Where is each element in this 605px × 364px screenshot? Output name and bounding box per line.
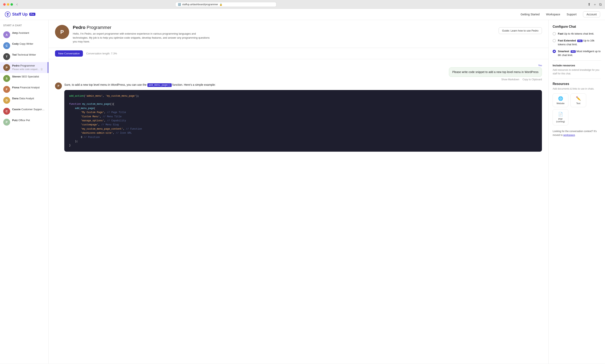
sidebar-item-putz-name: Putz Office Pet	[12, 119, 45, 122]
user-message-container: You Please write code snippet to add a n…	[449, 64, 542, 81]
avatar-cassie: C	[3, 108, 10, 115]
lock-icon: 🔒	[219, 3, 222, 6]
traffic-light-green[interactable]	[11, 3, 13, 6]
workspace-note: Looking for the conversation context? It…	[553, 130, 601, 137]
website-icon: 🌐	[558, 96, 563, 101]
agent-avatar-large: P	[55, 25, 69, 39]
resource-card-website[interactable]: 🌐 Website	[553, 93, 568, 107]
nav-support[interactable]: Support	[566, 13, 577, 16]
agent-info: Pedro Programmer Hello, I'm Pedro, an ex…	[73, 25, 495, 44]
browser-chrome: 🔠 staffup.ai/dashboard/programmer 🔒 ⬆ ＋ …	[0, 0, 605, 9]
smartest-pro-badge: Pro	[571, 50, 576, 53]
sidebar-item-dana-content: Dana Data Analyst	[12, 97, 45, 100]
sidebar-item-putz-content: Putz Office Pet	[12, 119, 45, 122]
sidebar-item-putz[interactable]: P Putz Office Pet	[0, 117, 48, 128]
sidebar-item-cody-name: Cody Copy Writer	[12, 42, 45, 45]
workspace-link[interactable]: workspace	[563, 134, 575, 136]
text-icon: ✏️	[576, 96, 581, 101]
agent-message-text: Sure, to add a new top level menu in Wor…	[64, 82, 542, 87]
new-conversation-button[interactable]: New Conversation	[55, 50, 83, 57]
share-icon[interactable]: ⬆	[588, 2, 591, 7]
top-nav: Staff Up Pro Getting Started Workspace S…	[0, 9, 605, 20]
resource-card-text[interactable]: ✏️ Text	[570, 93, 586, 107]
copy-clipboard-button[interactable]: Copy to Clipboard	[523, 78, 542, 81]
agent-header: P Pedro Programmer Hello, I'm Pedro, an …	[49, 20, 548, 48]
traffic-light-red[interactable]	[3, 3, 6, 6]
sidebar-item-pedro-preview: Please write code snippet... 🗑	[12, 67, 44, 71]
svg-point-0	[5, 12, 10, 17]
agent-description: Hello, I'm Pedro, an expert programmer w…	[73, 32, 210, 44]
sidebar-item-pedro-content: Pedro Programmer Please write code snipp…	[12, 64, 44, 71]
sidebar-item-ted-name: Ted Technical Writer	[12, 53, 45, 56]
sidebar-title: Start a chat	[0, 24, 48, 29]
url-bar[interactable]: 🔠 staffup.ai/dashboard/programmer 🔒	[175, 2, 276, 7]
agent-message-content: Sure, to add a new top level menu in Wor…	[64, 82, 542, 152]
browser-controls	[15, 3, 19, 6]
favicon: 🔠	[178, 3, 181, 6]
avatar-ted: T	[3, 53, 10, 60]
option-fast[interactable]: Fast Up to 4k tokens chat limit.	[553, 32, 601, 36]
resources-desc: Add documents & links to use in chats.	[553, 87, 601, 90]
traffic-lights	[3, 3, 13, 6]
option-fast-extended[interactable]: Fast Extended Pro Up to 16k tokens chat …	[553, 39, 601, 47]
user-label: You	[449, 64, 542, 66]
include-resources-title: Include resources	[553, 64, 601, 67]
radio-fast-extended-label: Fast Extended Pro Up to 16k tokens chat …	[558, 39, 601, 47]
option-smartest[interactable]: Smartest Pro Most intelligent up to 8K c…	[553, 49, 601, 57]
avatar-dana: D	[3, 97, 10, 104]
sidebar-item-amy-name: Amy Assistant	[12, 31, 45, 34]
fast-extended-pro-badge: Pro	[577, 40, 582, 42]
new-tab-icon[interactable]: ＋	[593, 2, 597, 7]
pdf-label: PDF (coming)	[555, 118, 566, 123]
radio-fast[interactable]	[553, 32, 556, 35]
sidebar-item-cassie-name: Cassie Customer Support Specialist	[12, 108, 45, 111]
delete-conversation-icon[interactable]: 🗑	[40, 67, 43, 71]
traffic-light-yellow[interactable]	[7, 3, 9, 6]
browser-actions: ⬆ ＋ ⧉	[588, 2, 602, 7]
sidebar-item-dana[interactable]: D Dana Data Analyst	[0, 95, 48, 106]
avatar-fiona: F	[3, 86, 10, 93]
radio-fast-extended[interactable]	[553, 39, 556, 42]
url-text: staffup.ai/dashboard/programmer	[182, 3, 218, 6]
text-label: Text	[576, 102, 580, 104]
agent-message-wrap: P Sure, to add a new top level menu in W…	[55, 82, 542, 152]
configure-chat-title: Configure Chat	[553, 25, 601, 28]
sidebar-item-dana-name: Dana Data Analyst	[12, 97, 45, 100]
resource-cards: 🌐 Website ✏️ Text 📄 PDF (coming)	[553, 93, 601, 125]
nav-getting-started[interactable]: Getting Started	[520, 13, 540, 16]
radio-smartest[interactable]	[553, 50, 556, 53]
nav-workspace[interactable]: Workspace	[546, 13, 560, 16]
show-markdown-button[interactable]: Show Markdown	[501, 78, 519, 81]
pdf-icon: 📄	[558, 112, 563, 117]
sidebar-item-cassie-content: Cassie Customer Support Specialist	[12, 108, 45, 111]
guide-button[interactable]: Guide: Learn how to use Pedro	[499, 27, 542, 34]
website-label: Website	[556, 102, 565, 104]
back-icon[interactable]	[15, 3, 19, 6]
sidebar-item-pedro-name: Pedro Programmer	[12, 64, 44, 67]
app: Staff Up Pro Getting Started Workspace S…	[0, 9, 605, 364]
conversation-length: Conversation length: 7.3%	[86, 52, 117, 55]
logo[interactable]: Staff Up Pro	[5, 12, 35, 17]
radio-smartest-label: Smartest Pro Most intelligent up to 8K c…	[558, 49, 601, 57]
sidebar-item-pedro[interactable]: P Pedro Programmer Please write code sni…	[0, 62, 48, 73]
code-block: add_action('admin_menu', 'my_custom_menu…	[64, 90, 542, 152]
sidebar-item-cassie[interactable]: C Cassie Customer Support Specialist	[0, 106, 48, 117]
user-message-wrap: You Please write code snippet to add a n…	[55, 64, 542, 81]
sidebar-item-ted[interactable]: T Ted Technical Writer	[0, 51, 48, 62]
tabs-icon[interactable]: ⧉	[599, 2, 602, 7]
chat-toolbar: New Conversation Conversation length: 7.…	[49, 48, 548, 59]
messages-area[interactable]: You Please write code snippet to add a n…	[49, 59, 548, 364]
sidebar-item-fiona[interactable]: F Fiona Financial Analyst	[0, 84, 48, 95]
resources-title: Resources	[553, 82, 601, 86]
avatar-cody: C	[3, 42, 10, 49]
sidebar-item-cody[interactable]: C Cody Copy Writer	[0, 40, 48, 51]
divider-2	[553, 79, 601, 79]
sidebar-item-steven[interactable]: S Steven SEO Specialist	[0, 73, 48, 84]
resource-card-pdf[interactable]: 📄 PDF (coming)	[553, 109, 568, 125]
sidebar-item-amy[interactable]: A Amy Assistant	[0, 29, 48, 40]
chat-area: P Pedro Programmer Hello, I'm Pedro, an …	[49, 20, 548, 364]
svg-point-1	[7, 14, 8, 16]
nav-account[interactable]: Account	[583, 11, 600, 17]
message-actions: Show Markdown Copy to Clipboard	[449, 78, 542, 81]
sidebar-item-steven-name: Steven SEO Specialist	[12, 75, 45, 78]
